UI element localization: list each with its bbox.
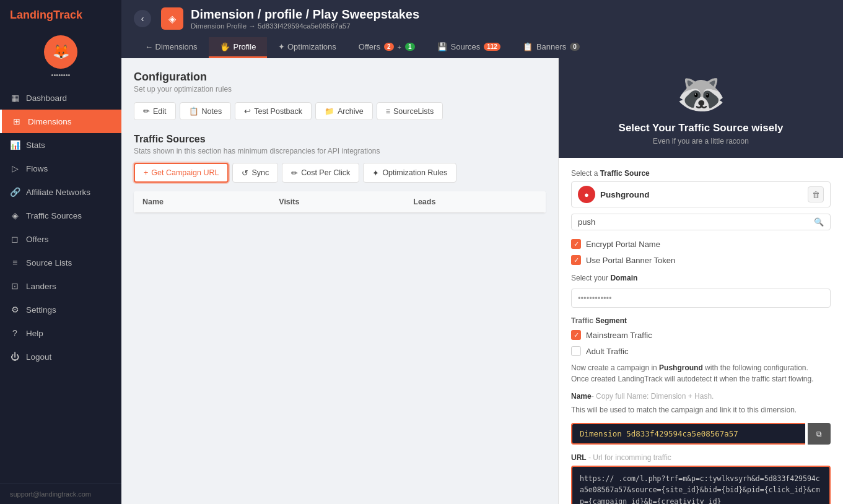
- tab-dimensions[interactable]: ← Dimensions: [134, 37, 209, 58]
- cost-per-click-button[interactable]: ✏ Cost Per Click: [282, 163, 359, 183]
- url-label: URL: [571, 453, 587, 462]
- col-visits: Visits: [270, 191, 404, 213]
- campaign-id-row: Dimension 5d833f429594ca5e08567a57 ⧉: [571, 423, 831, 445]
- landers-icon: ⊡: [10, 281, 20, 291]
- ts-delete-button[interactable]: 🗑: [808, 186, 824, 202]
- encrypt-portal-checkbox[interactable]: ✓: [571, 239, 581, 249]
- search-icon: 🔍: [814, 217, 824, 227]
- notes-button[interactable]: 📋 Notes: [180, 102, 232, 120]
- help-icon: ?: [10, 328, 20, 338]
- app-logo: LandingTrack: [0, 0, 121, 30]
- affiliate-icon: 🔗: [10, 187, 20, 197]
- use-portal-banner-row: ✓ Use Portal Banner Token: [571, 255, 831, 265]
- campaign-id-copy-btn[interactable]: ⧉: [808, 423, 831, 445]
- sidebar-label-logout: Logout: [26, 352, 51, 362]
- tab-dimensions-label: ← Dimensions: [145, 42, 198, 51]
- sync-button[interactable]: ↺ Sync: [232, 163, 278, 183]
- profile-icon: 🖐: [220, 42, 230, 51]
- use-portal-banner-checkbox[interactable]: ✓: [571, 255, 581, 265]
- sidebar-item-dimensions[interactable]: ⊞ Dimensions: [0, 110, 121, 133]
- adult-checkbox[interactable]: [571, 346, 581, 356]
- url-section-label: URL - Url for incomming traffic: [571, 453, 831, 462]
- sidebar-item-flows[interactable]: ▷ Flows: [0, 157, 121, 180]
- offers-badge-orange: 2: [384, 43, 394, 51]
- sidebar-item-traffic-sources[interactable]: ◈ Traffic Sources: [0, 204, 121, 227]
- offers-plus: +: [398, 43, 401, 51]
- adult-row: Adult Traffic: [571, 346, 831, 356]
- sidebar-item-affiliate-networks[interactable]: 🔗 Affiliate Networks: [0, 180, 121, 204]
- sidebar-item-settings[interactable]: ⚙ Settings: [0, 298, 121, 321]
- segment-bold: Segment: [595, 316, 627, 325]
- config-toolbar: ✏ Edit 📋 Notes ↩ Test Postback 📁 Archive…: [134, 102, 546, 120]
- sidebar-item-offers[interactable]: ◻ Offers: [0, 227, 121, 251]
- domain-select[interactable]: ••••••••••••: [571, 289, 831, 308]
- settings-icon: ⚙: [10, 305, 20, 315]
- ts-label-bold: Traffic Source: [600, 169, 650, 178]
- sidebar-item-logout[interactable]: ⏻ Logout: [0, 345, 121, 368]
- offers-icon: ◻: [10, 234, 20, 244]
- optimization-rules-button[interactable]: ✦ Optimization Rules: [363, 163, 456, 183]
- traffic-source-field-label: Select a Traffic Source: [571, 169, 831, 178]
- sync-label: Sync: [251, 168, 269, 177]
- cost-icon: ✏: [291, 168, 298, 178]
- tab-banners[interactable]: 📋 Banners 0: [512, 37, 591, 58]
- sidebar-item-source-lists[interactable]: ≡ Source Lists: [0, 251, 121, 274]
- tab-profile[interactable]: 🖐 Profile: [209, 37, 268, 58]
- encrypt-portal-row: ✓ Encrypt Portal Name: [571, 239, 831, 249]
- config-title: Configuration: [134, 71, 546, 84]
- main-area: ‹ ◈ Dimension / profile / Play Sweepstak…: [121, 0, 843, 504]
- ts-search-input[interactable]: [578, 217, 814, 227]
- sidebar-item-landers[interactable]: ⊡ Landers: [0, 274, 121, 298]
- url-desc: - Url for incomming traffic: [588, 453, 671, 462]
- source-lists-button[interactable]: ≡ SourceLists: [377, 102, 443, 120]
- sidebar-label-settings: Settings: [26, 305, 56, 315]
- dashboard-icon: ▦: [10, 93, 20, 103]
- sidebar-item-stats[interactable]: 📊 Stats: [0, 133, 121, 157]
- edit-button[interactable]: ✏ Edit: [134, 102, 176, 120]
- sidebar-label-help: Help: [26, 329, 43, 338]
- campaign-url-field: https:// .com/l.php?trf=m&p=c:tywlkvsyrh…: [571, 466, 831, 504]
- user-avatar-section: 🦊 ••••••••: [0, 30, 121, 86]
- panel-subtext: Even if you are a little racoon: [653, 137, 749, 146]
- tab-offers[interactable]: Offers 2 + 1: [347, 37, 426, 58]
- pushground-logo: ●: [578, 186, 595, 203]
- name-usage-text: This will be used to match the campaign …: [571, 404, 831, 415]
- name-desc: - Copy full Name: Dimension + Hash.: [592, 392, 714, 401]
- tab-bar: ← Dimensions 🖐 Profile ✦ Optimizations O…: [134, 37, 831, 58]
- ts-title: Traffic Sources: [134, 134, 546, 145]
- banners-badge: 0: [570, 43, 580, 51]
- logo-text-start: Landing: [10, 9, 53, 21]
- name-section-label: Name- Copy full Name: Dimension + Hash.: [571, 392, 831, 401]
- mainstream-checkbox[interactable]: ✓: [571, 330, 581, 340]
- sidebar-label-dimensions: Dimensions: [28, 117, 72, 126]
- info-bold-1: Pushground: [659, 363, 703, 372]
- test-postback-label: Test Postback: [254, 107, 302, 116]
- domain-label-bold: Domain: [610, 274, 637, 282]
- ts-subtitle: Stats shown in this section has minimum …: [134, 147, 546, 155]
- ts-search-box[interactable]: 🔍: [571, 214, 831, 230]
- get-campaign-url-button[interactable]: + Get Campaign URL: [134, 163, 229, 183]
- traffic-text: Traffic: [571, 316, 593, 325]
- use-portal-banner-label: Use Portal Banner Token: [586, 256, 675, 265]
- opt-rules-icon: ✦: [372, 168, 379, 178]
- domain-label-text: Select your: [571, 274, 608, 282]
- sidebar-item-dashboard[interactable]: ▦ Dashboard: [0, 86, 121, 110]
- sources-icon: 💾: [437, 42, 447, 51]
- ts-select-row[interactable]: ● Pushground 🗑: [571, 181, 831, 207]
- sidebar-label-landers: Landers: [26, 282, 56, 291]
- sidebar-label-traffic-sources: Traffic Sources: [26, 211, 82, 220]
- tab-optimizations[interactable]: ✦ Optimizations: [267, 37, 347, 58]
- info-text-block: Now create a campaign in Pushground with…: [571, 362, 831, 385]
- archive-button[interactable]: 📁 Archive: [315, 102, 373, 120]
- edit-label: Edit: [153, 107, 167, 116]
- sidebar-label-flows: Flows: [26, 164, 48, 173]
- sidebar-item-help[interactable]: ? Help: [0, 321, 121, 345]
- archive-label: Archive: [338, 107, 364, 116]
- test-postback-button[interactable]: ↩ Test Postback: [235, 102, 312, 120]
- tab-sources[interactable]: 💾 Sources 112: [426, 37, 512, 58]
- traffic-icon: ◈: [10, 211, 20, 220]
- sidebar-label-dashboard: Dashboard: [26, 93, 67, 103]
- back-button[interactable]: ‹: [134, 10, 151, 27]
- info-text-2: with the following configuration.: [703, 363, 808, 372]
- avatar: 🦊: [44, 35, 77, 69]
